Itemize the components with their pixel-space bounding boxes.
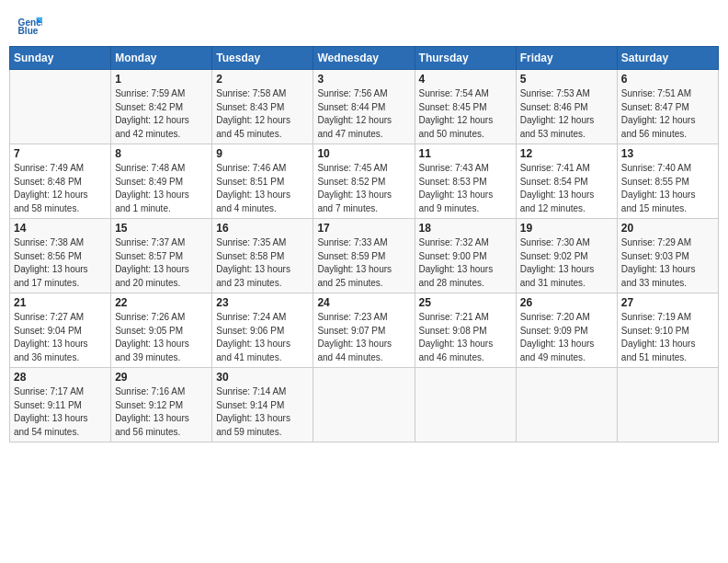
day-number: 2 (216, 73, 309, 86)
calendar-cell: 29Sunrise: 7:16 AMSunset: 9:12 PMDayligh… (111, 368, 212, 442)
day-number: 27 (621, 296, 714, 309)
calendar-cell: 4Sunrise: 7:54 AMSunset: 8:45 PMDaylight… (415, 70, 516, 144)
calendar-cell (313, 368, 415, 442)
day-number: 20 (621, 222, 714, 235)
day-number: 29 (115, 371, 208, 384)
calendar-cell: 20Sunrise: 7:29 AMSunset: 9:03 PMDayligh… (617, 219, 718, 293)
calendar-cell: 16Sunrise: 7:35 AMSunset: 8:58 PMDayligh… (212, 219, 313, 293)
calendar-cell: 2Sunrise: 7:58 AMSunset: 8:43 PMDaylight… (212, 70, 313, 144)
day-info: Sunrise: 7:49 AMSunset: 8:48 PMDaylight:… (14, 162, 107, 215)
calendar-cell: 18Sunrise: 7:32 AMSunset: 9:00 PMDayligh… (415, 219, 516, 293)
day-number: 5 (520, 73, 613, 86)
calendar-cell: 10Sunrise: 7:45 AMSunset: 8:52 PMDayligh… (313, 144, 415, 219)
logo: General Blue (17, 13, 46, 39)
day-number: 25 (419, 296, 512, 309)
calendar-body: 1Sunrise: 7:59 AMSunset: 8:42 PMDaylight… (10, 70, 719, 442)
calendar-cell: 22Sunrise: 7:26 AMSunset: 9:05 PMDayligh… (111, 293, 212, 368)
svg-text:Blue: Blue (18, 26, 39, 36)
day-info: Sunrise: 7:56 AMSunset: 8:44 PMDaylight:… (317, 87, 410, 141)
calendar-cell: 24Sunrise: 7:23 AMSunset: 9:07 PMDayligh… (313, 293, 415, 368)
weekday-header-thursday: Thursday (415, 47, 516, 70)
calendar-table: SundayMondayTuesdayWednesdayThursdayFrid… (9, 46, 719, 442)
day-info: Sunrise: 7:51 AMSunset: 8:47 PMDaylight:… (621, 87, 714, 141)
calendar-cell: 1Sunrise: 7:59 AMSunset: 8:42 PMDaylight… (111, 70, 212, 144)
calendar-cell: 9Sunrise: 7:46 AMSunset: 8:51 PMDaylight… (212, 144, 313, 219)
day-info: Sunrise: 7:35 AMSunset: 8:58 PMDaylight:… (216, 236, 309, 290)
day-number: 10 (317, 147, 410, 160)
calendar-cell: 28Sunrise: 7:17 AMSunset: 9:11 PMDayligh… (10, 368, 111, 442)
day-number: 16 (216, 222, 309, 235)
calendar-cell: 12Sunrise: 7:41 AMSunset: 8:54 PMDayligh… (516, 144, 617, 219)
calendar-cell: 15Sunrise: 7:37 AMSunset: 8:57 PMDayligh… (111, 219, 212, 293)
day-info: Sunrise: 7:16 AMSunset: 9:12 PMDaylight:… (115, 385, 208, 439)
day-number: 13 (621, 147, 714, 160)
day-info: Sunrise: 7:26 AMSunset: 9:05 PMDaylight:… (115, 311, 208, 364)
day-info: Sunrise: 7:45 AMSunset: 8:52 PMDaylight:… (317, 162, 410, 215)
day-number: 3 (317, 73, 410, 86)
day-info: Sunrise: 7:30 AMSunset: 9:02 PMDaylight:… (520, 236, 613, 290)
day-number: 23 (216, 296, 309, 309)
calendar-cell: 7Sunrise: 7:49 AMSunset: 8:48 PMDaylight… (10, 144, 111, 219)
day-number: 12 (520, 147, 613, 160)
calendar-header: SundayMondayTuesdayWednesdayThursdayFrid… (10, 47, 719, 70)
day-number: 18 (419, 222, 512, 235)
day-info: Sunrise: 7:54 AMSunset: 8:45 PMDaylight:… (419, 87, 512, 141)
day-info: Sunrise: 7:24 AMSunset: 9:06 PMDaylight:… (216, 311, 309, 364)
day-number: 1 (115, 73, 208, 86)
calendar-cell: 26Sunrise: 7:20 AMSunset: 9:09 PMDayligh… (516, 293, 617, 368)
day-number: 14 (14, 222, 107, 235)
calendar-cell: 23Sunrise: 7:24 AMSunset: 9:06 PMDayligh… (212, 293, 313, 368)
day-number: 8 (115, 147, 208, 160)
day-info: Sunrise: 7:29 AMSunset: 9:03 PMDaylight:… (621, 236, 714, 290)
calendar-cell: 27Sunrise: 7:19 AMSunset: 9:10 PMDayligh… (617, 293, 718, 368)
day-info: Sunrise: 7:53 AMSunset: 8:46 PMDaylight:… (520, 87, 613, 141)
day-info: Sunrise: 7:41 AMSunset: 8:54 PMDaylight:… (520, 162, 613, 215)
day-info: Sunrise: 7:27 AMSunset: 9:04 PMDaylight:… (14, 311, 107, 364)
calendar-week-4: 21Sunrise: 7:27 AMSunset: 9:04 PMDayligh… (10, 293, 719, 368)
day-info: Sunrise: 7:59 AMSunset: 8:42 PMDaylight:… (115, 87, 208, 141)
calendar-cell (516, 368, 617, 442)
day-info: Sunrise: 7:21 AMSunset: 9:08 PMDaylight:… (419, 311, 512, 364)
day-number: 6 (621, 73, 714, 86)
day-info: Sunrise: 7:19 AMSunset: 9:10 PMDaylight:… (621, 311, 714, 364)
day-info: Sunrise: 7:58 AMSunset: 8:43 PMDaylight:… (216, 87, 309, 141)
calendar-cell: 6Sunrise: 7:51 AMSunset: 8:47 PMDaylight… (617, 70, 718, 144)
weekday-header-sunday: Sunday (10, 47, 111, 70)
day-info: Sunrise: 7:48 AMSunset: 8:49 PMDaylight:… (115, 162, 208, 215)
day-number: 21 (14, 296, 107, 309)
calendar-week-2: 7Sunrise: 7:49 AMSunset: 8:48 PMDaylight… (10, 144, 719, 219)
calendar-cell: 19Sunrise: 7:30 AMSunset: 9:02 PMDayligh… (516, 219, 617, 293)
day-number: 4 (419, 73, 512, 86)
day-info: Sunrise: 7:20 AMSunset: 9:09 PMDaylight:… (520, 311, 613, 364)
day-number: 7 (14, 147, 107, 160)
calendar-cell (617, 368, 718, 442)
day-info: Sunrise: 7:32 AMSunset: 9:00 PMDaylight:… (419, 236, 512, 290)
calendar-cell: 11Sunrise: 7:43 AMSunset: 8:53 PMDayligh… (415, 144, 516, 219)
calendar-cell: 25Sunrise: 7:21 AMSunset: 9:08 PMDayligh… (415, 293, 516, 368)
calendar-cell: 13Sunrise: 7:40 AMSunset: 8:55 PMDayligh… (617, 144, 718, 219)
day-number: 24 (317, 296, 410, 309)
calendar-cell: 30Sunrise: 7:14 AMSunset: 9:14 PMDayligh… (212, 368, 313, 442)
weekday-header-monday: Monday (111, 47, 212, 70)
page-header: General Blue (9, 9, 719, 42)
day-number: 28 (14, 371, 107, 384)
calendar-week-3: 14Sunrise: 7:38 AMSunset: 8:56 PMDayligh… (10, 219, 719, 293)
calendar-cell: 3Sunrise: 7:56 AMSunset: 8:44 PMDaylight… (313, 70, 415, 144)
day-info: Sunrise: 7:46 AMSunset: 8:51 PMDaylight:… (216, 162, 309, 215)
day-info: Sunrise: 7:17 AMSunset: 9:11 PMDaylight:… (14, 385, 107, 439)
weekday-header-friday: Friday (516, 47, 617, 70)
calendar-week-1: 1Sunrise: 7:59 AMSunset: 8:42 PMDaylight… (10, 70, 719, 144)
day-info: Sunrise: 7:14 AMSunset: 9:14 PMDaylight:… (216, 385, 309, 439)
day-info: Sunrise: 7:33 AMSunset: 8:59 PMDaylight:… (317, 236, 410, 290)
calendar-cell (10, 70, 111, 144)
day-info: Sunrise: 7:38 AMSunset: 8:56 PMDaylight:… (14, 236, 107, 290)
day-number: 17 (317, 222, 410, 235)
weekday-header-wednesday: Wednesday (313, 47, 415, 70)
weekday-header-saturday: Saturday (617, 47, 718, 70)
day-number: 30 (216, 371, 309, 384)
calendar-cell: 17Sunrise: 7:33 AMSunset: 8:59 PMDayligh… (313, 219, 415, 293)
calendar-cell (415, 368, 516, 442)
day-number: 11 (419, 147, 512, 160)
day-number: 22 (115, 296, 208, 309)
day-number: 15 (115, 222, 208, 235)
